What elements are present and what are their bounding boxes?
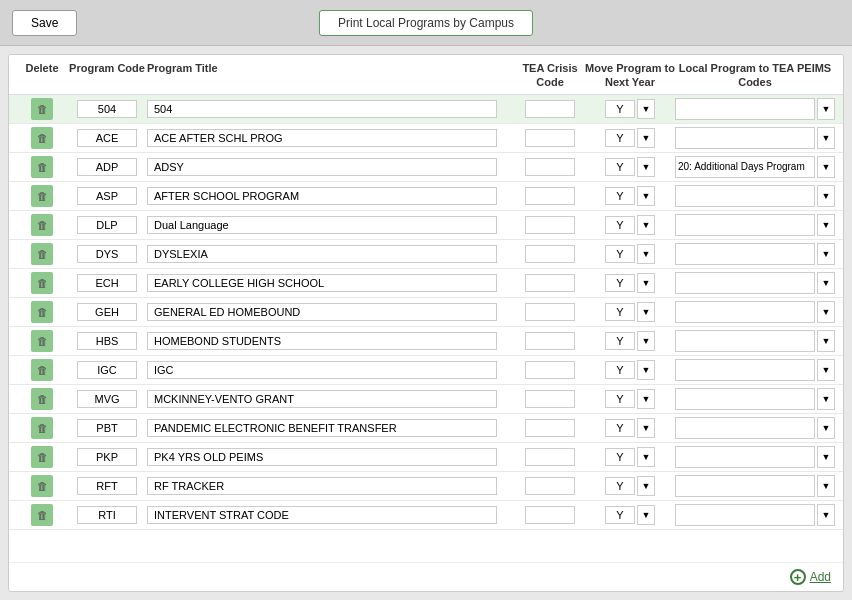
- crisis-input-8[interactable]: [525, 332, 575, 350]
- crisis-input-3[interactable]: [525, 187, 575, 205]
- add-button[interactable]: + Add: [790, 569, 831, 585]
- local-dropdown-4[interactable]: ▼: [817, 214, 835, 236]
- code-input-5[interactable]: [77, 245, 137, 263]
- title-input-9[interactable]: [147, 361, 497, 379]
- local-dropdown-9[interactable]: ▼: [817, 359, 835, 381]
- code-input-4[interactable]: [77, 216, 137, 234]
- move-input-6[interactable]: [605, 274, 635, 292]
- code-input-2[interactable]: [77, 158, 137, 176]
- title-input-4[interactable]: [147, 216, 497, 234]
- delete-button-0[interactable]: 🗑: [31, 98, 53, 120]
- delete-button-2[interactable]: 🗑: [31, 156, 53, 178]
- delete-button-3[interactable]: 🗑: [31, 185, 53, 207]
- local-input-10[interactable]: [675, 388, 815, 410]
- title-input-6[interactable]: [147, 274, 497, 292]
- local-input-6[interactable]: [675, 272, 815, 294]
- title-input-7[interactable]: [147, 303, 497, 321]
- title-input-10[interactable]: [147, 390, 497, 408]
- move-dropdown-13[interactable]: ▼: [637, 476, 655, 496]
- move-input-5[interactable]: [605, 245, 635, 263]
- delete-button-11[interactable]: 🗑: [31, 417, 53, 439]
- crisis-input-4[interactable]: [525, 216, 575, 234]
- title-input-0[interactable]: [147, 100, 497, 118]
- local-dropdown-10[interactable]: ▼: [817, 388, 835, 410]
- move-input-10[interactable]: [605, 390, 635, 408]
- local-input-12[interactable]: [675, 446, 815, 468]
- move-dropdown-6[interactable]: ▼: [637, 273, 655, 293]
- move-input-1[interactable]: [605, 129, 635, 147]
- local-input-0[interactable]: [675, 98, 815, 120]
- move-dropdown-1[interactable]: ▼: [637, 128, 655, 148]
- move-dropdown-5[interactable]: ▼: [637, 244, 655, 264]
- code-input-1[interactable]: [77, 129, 137, 147]
- local-input-11[interactable]: [675, 417, 815, 439]
- move-input-7[interactable]: [605, 303, 635, 321]
- local-input-14[interactable]: [675, 504, 815, 526]
- code-input-13[interactable]: [77, 477, 137, 495]
- move-dropdown-7[interactable]: ▼: [637, 302, 655, 322]
- code-input-8[interactable]: [77, 332, 137, 350]
- move-input-12[interactable]: [605, 448, 635, 466]
- move-dropdown-2[interactable]: ▼: [637, 157, 655, 177]
- local-input-7[interactable]: [675, 301, 815, 323]
- move-input-14[interactable]: [605, 506, 635, 524]
- local-dropdown-8[interactable]: ▼: [817, 330, 835, 352]
- local-input-9[interactable]: [675, 359, 815, 381]
- delete-button-4[interactable]: 🗑: [31, 214, 53, 236]
- title-input-5[interactable]: [147, 245, 497, 263]
- local-dropdown-12[interactable]: ▼: [817, 446, 835, 468]
- move-dropdown-4[interactable]: ▼: [637, 215, 655, 235]
- code-input-3[interactable]: [77, 187, 137, 205]
- print-button[interactable]: Print Local Programs by Campus: [319, 10, 533, 36]
- code-input-14[interactable]: [77, 506, 137, 524]
- local-dropdown-2[interactable]: ▼: [817, 156, 835, 178]
- move-dropdown-8[interactable]: ▼: [637, 331, 655, 351]
- delete-button-12[interactable]: 🗑: [31, 446, 53, 468]
- delete-button-13[interactable]: 🗑: [31, 475, 53, 497]
- move-input-13[interactable]: [605, 477, 635, 495]
- move-input-4[interactable]: [605, 216, 635, 234]
- title-input-12[interactable]: [147, 448, 497, 466]
- crisis-input-7[interactable]: [525, 303, 575, 321]
- local-input-3[interactable]: [675, 185, 815, 207]
- local-dropdown-14[interactable]: ▼: [817, 504, 835, 526]
- save-button[interactable]: Save: [12, 10, 77, 36]
- move-dropdown-12[interactable]: ▼: [637, 447, 655, 467]
- move-input-0[interactable]: [605, 100, 635, 118]
- crisis-input-5[interactable]: [525, 245, 575, 263]
- local-input-2[interactable]: [675, 156, 815, 178]
- delete-button-5[interactable]: 🗑: [31, 243, 53, 265]
- title-input-1[interactable]: [147, 129, 497, 147]
- move-dropdown-10[interactable]: ▼: [637, 389, 655, 409]
- crisis-input-0[interactable]: [525, 100, 575, 118]
- local-input-13[interactable]: [675, 475, 815, 497]
- local-dropdown-1[interactable]: ▼: [817, 127, 835, 149]
- crisis-input-9[interactable]: [525, 361, 575, 379]
- title-input-11[interactable]: [147, 419, 497, 437]
- delete-button-1[interactable]: 🗑: [31, 127, 53, 149]
- title-input-2[interactable]: [147, 158, 497, 176]
- code-input-6[interactable]: [77, 274, 137, 292]
- move-input-3[interactable]: [605, 187, 635, 205]
- code-input-7[interactable]: [77, 303, 137, 321]
- local-dropdown-6[interactable]: ▼: [817, 272, 835, 294]
- delete-button-10[interactable]: 🗑: [31, 388, 53, 410]
- title-input-13[interactable]: [147, 477, 497, 495]
- move-dropdown-11[interactable]: ▼: [637, 418, 655, 438]
- title-input-3[interactable]: [147, 187, 497, 205]
- move-input-9[interactable]: [605, 361, 635, 379]
- local-dropdown-0[interactable]: ▼: [817, 98, 835, 120]
- code-input-10[interactable]: [77, 390, 137, 408]
- code-input-11[interactable]: [77, 419, 137, 437]
- local-dropdown-7[interactable]: ▼: [817, 301, 835, 323]
- move-dropdown-9[interactable]: ▼: [637, 360, 655, 380]
- crisis-input-1[interactable]: [525, 129, 575, 147]
- local-dropdown-3[interactable]: ▼: [817, 185, 835, 207]
- delete-button-14[interactable]: 🗑: [31, 504, 53, 526]
- move-dropdown-0[interactable]: ▼: [637, 99, 655, 119]
- delete-button-6[interactable]: 🗑: [31, 272, 53, 294]
- move-input-2[interactable]: [605, 158, 635, 176]
- code-input-0[interactable]: [77, 100, 137, 118]
- title-input-8[interactable]: [147, 332, 497, 350]
- local-dropdown-11[interactable]: ▼: [817, 417, 835, 439]
